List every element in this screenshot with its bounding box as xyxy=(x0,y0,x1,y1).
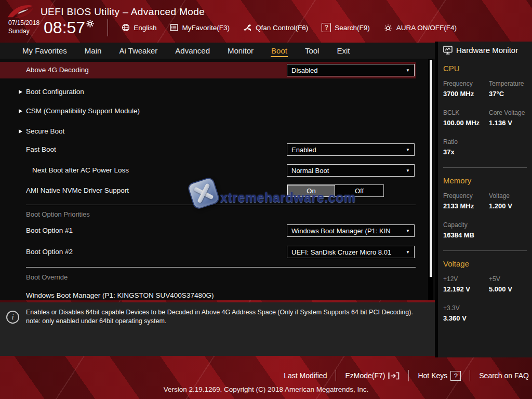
tab-my-favorites[interactable]: My Favorites xyxy=(22,44,68,57)
metric-cpu-bclk: BCLK 100.00 MHz xyxy=(443,109,489,127)
submenu-label: Boot Configuration xyxy=(26,86,84,98)
metric-memory-voltage: Voltage 1.200 V xyxy=(489,192,528,210)
metric-label: Temperature xyxy=(489,80,528,87)
ezmode-button[interactable]: EzMode(F7) xyxy=(345,371,400,380)
fast-boot-dropdown[interactable]: Enabled ▼ xyxy=(287,143,415,156)
favorite-list-icon xyxy=(170,24,178,31)
tab-ai-tweaker[interactable]: Ai Tweaker xyxy=(118,44,158,57)
help-info-panel: i Enables or Disables 64bit capable Devi… xyxy=(0,302,435,356)
boot-option-2-dropdown[interactable]: UEFI: SanDisk Cruzer Micro 8.01 ▼ xyxy=(287,246,415,258)
myfavorite-button[interactable]: MyFavorite(F3) xyxy=(170,24,230,32)
metric-cpu-temperature: Temperature 37°C xyxy=(489,80,528,98)
metric-memory-frequency: Frequency 2133 MHz xyxy=(443,192,489,210)
setting-row-boot-option-1: Boot Option #1 Windows Boot Manager (P1:… xyxy=(0,224,435,237)
page-title: UEFI BIOS Utility – Advanced Mode xyxy=(41,6,205,18)
setting-label: Boot Option #1 xyxy=(26,224,73,237)
submenu-label: CSM (Compatibility Support Module) xyxy=(26,105,140,117)
boot-option-1-dropdown[interactable]: Windows Boot Manager (P1: KIN ▼ xyxy=(287,224,415,237)
tab-monitor[interactable]: Monitor xyxy=(227,44,254,57)
time-wrap: 08:57 xyxy=(44,19,94,36)
tab-exit[interactable]: Exit xyxy=(336,44,350,57)
watermark-text: xtremehardware.com xyxy=(220,190,356,205)
setting-row-next-boot: Next Boot after AC Power Loss Normal Boo… xyxy=(0,164,435,177)
boot-override-item[interactable]: Windows Boot Manager (P1: KINGSTON SUV40… xyxy=(0,289,435,302)
brand-row: UEFI BIOS Utility – Advanced Mode xyxy=(0,0,532,21)
info-glyph: i xyxy=(11,313,14,322)
search-on-faq-button[interactable]: Search on FAQ xyxy=(479,371,529,380)
metric-label: Core Voltage xyxy=(489,109,528,116)
time-text: 08:57 xyxy=(44,19,85,36)
header-divider xyxy=(108,19,108,36)
aura-label: AURA ON/OFF(F4) xyxy=(396,24,457,32)
chevron-down-icon: ▼ xyxy=(406,229,410,233)
search-faq-label: Search on FAQ xyxy=(479,371,529,380)
metric-label: +3.3V xyxy=(443,304,489,312)
hardware-monitor-header: Hardware Monitor xyxy=(443,46,528,55)
sidebar-divider xyxy=(443,250,527,251)
dropdown-value: Normal Boot xyxy=(291,167,403,175)
section-heading-boot-override: Boot Override xyxy=(26,273,461,282)
bios-screen: UEFI BIOS Utility – Advanced Mode 07/15/… xyxy=(0,0,532,399)
setting-label: Fast Boot xyxy=(26,143,56,156)
tab-main[interactable]: Main xyxy=(84,44,102,57)
last-modified-label: Last Modified xyxy=(284,371,327,380)
search-label: Search(F9) xyxy=(335,24,370,32)
next-boot-dropdown[interactable]: Normal Boot ▼ xyxy=(287,164,415,177)
submenu-csm[interactable]: CSM (Compatibility Support Module) xyxy=(0,105,435,117)
search-button[interactable]: ? Search(F9) xyxy=(322,23,370,32)
version-text: Version 2.19.1269. Copyright (C) 2018 Am… xyxy=(0,385,532,393)
tab-boot[interactable]: Boot xyxy=(271,44,288,57)
ezmode-label: EzMode(F7) xyxy=(345,371,385,380)
top-header: UEFI BIOS Utility – Advanced Mode 07/15/… xyxy=(0,0,532,42)
footer-divider xyxy=(470,370,470,381)
boot-override-label: Windows Boot Manager (P1: KINGSTON SUV40… xyxy=(26,289,214,302)
setting-row-above-4g-decoding[interactable]: Above 4G Decoding Disabled ▼ xyxy=(0,62,416,78)
section-title-memory: Memory xyxy=(443,176,528,185)
datetime-control[interactable]: 07/15/2018 Sunday 08:57 xyxy=(8,19,94,36)
question-glyph: ? xyxy=(325,24,328,31)
submenu-arrow-icon xyxy=(19,90,22,94)
qfan-control-button[interactable]: Qfan Control(F6) xyxy=(243,23,308,32)
setting-label: Boot Option #2 xyxy=(26,246,73,258)
metric-label: Ratio xyxy=(443,138,489,145)
setting-row-fast-boot: Fast Boot Enabled ▼ xyxy=(0,143,435,156)
last-modified-button[interactable]: Last Modified xyxy=(284,371,327,380)
cpu-metrics: Frequency 3700 MHz Temperature 37°C BCLK… xyxy=(443,80,528,167)
monitor-icon xyxy=(443,46,453,55)
metric-value: 100.00 MHz xyxy=(443,119,489,127)
metric-value: 5.000 V xyxy=(489,285,528,293)
help-text-line2: note: only enabled under 64bit operating… xyxy=(26,317,429,326)
status-row: 07/15/2018 Sunday 08:57 xyxy=(8,19,457,36)
submenu-arrow-icon xyxy=(19,109,22,113)
voltage-metrics: +12V 12.192 V +5V 5.000 V +3.3V 3.360 V xyxy=(443,275,528,334)
metric-value: 1.200 V xyxy=(489,202,528,210)
date-text: 07/15/2018 xyxy=(8,19,39,28)
chevron-down-icon: ▼ xyxy=(406,250,410,255)
scrollbar-thumb[interactable] xyxy=(430,60,432,277)
memory-metrics: Frequency 2133 MHz Voltage 1.200 V Capac… xyxy=(443,192,528,250)
setting-label: Above 4G Decoding xyxy=(26,62,89,78)
tab-advanced[interactable]: Advanced xyxy=(175,44,210,57)
submenu-boot-configuration[interactable]: Boot Configuration xyxy=(0,86,435,98)
metric-value: 12.192 V xyxy=(443,285,489,293)
above-4g-decoding-dropdown[interactable]: Disabled ▼ xyxy=(287,64,415,76)
chevron-down-icon: ▼ xyxy=(406,68,410,73)
section-title-voltage: Voltage xyxy=(443,259,528,268)
metric-label: +5V xyxy=(489,275,528,283)
metric-label: BCLK xyxy=(443,109,489,116)
question-glyph: ? xyxy=(454,372,458,380)
globe-icon xyxy=(122,23,130,32)
aura-toggle-button[interactable]: AURA ON/OFF(F4) xyxy=(383,23,457,32)
language-menu[interactable]: English xyxy=(122,23,156,32)
hardware-monitor-panel: Hardware Monitor CPU Frequency 3700 MHz … xyxy=(438,42,532,357)
help-text: Enables or Disables 64bit capable Device… xyxy=(26,308,429,326)
submenu-secure-boot[interactable]: Secure Boot xyxy=(0,125,435,138)
metric-value: 3.360 V xyxy=(443,314,489,322)
setting-label: AMI Native NVMe Driver Support xyxy=(26,184,129,197)
metric-cpu-core-voltage: Core Voltage 1.136 V xyxy=(489,109,528,127)
sidebar-divider xyxy=(443,167,527,168)
tab-tool[interactable]: Tool xyxy=(304,44,320,57)
hot-keys-button[interactable]: Hot Keys ? xyxy=(418,371,461,381)
clock-settings-gear-icon[interactable] xyxy=(86,20,94,30)
metric-value: 1.136 V xyxy=(489,119,528,127)
